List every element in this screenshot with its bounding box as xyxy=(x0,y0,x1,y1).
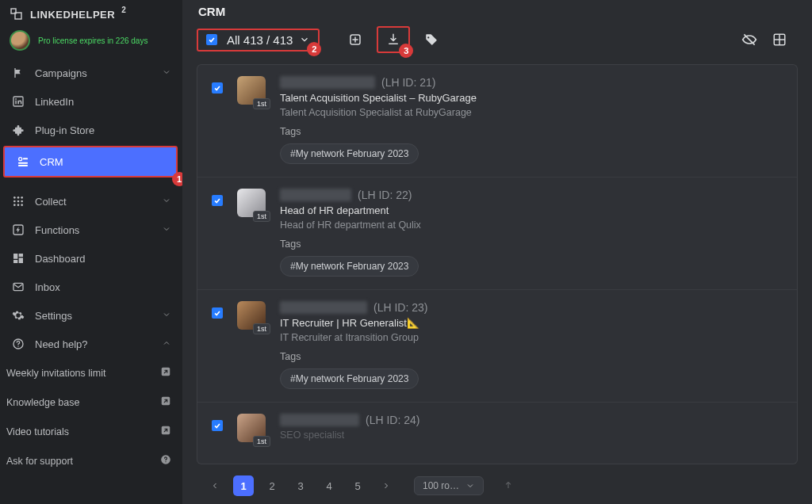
next-page-button[interactable] xyxy=(376,475,396,496)
contact-avatar[interactable]: 1st xyxy=(237,301,266,330)
pagination: 1 2 3 4 5 100 ro… xyxy=(182,469,812,504)
dashboard-icon xyxy=(11,252,25,265)
hide-columns-button[interactable] xyxy=(741,31,758,48)
svg-point-30 xyxy=(165,461,166,462)
tag-chip[interactable]: #My network February 2023 xyxy=(280,256,419,277)
brand: LINKEDHELPER 2 xyxy=(0,0,182,25)
contact-title: Talent Acquisition Specialist – RubyGara… xyxy=(280,92,783,104)
page-button[interactable]: 1 xyxy=(233,475,254,496)
sidebar-item-label: CRM xyxy=(40,156,165,168)
svg-rect-22 xyxy=(13,260,17,263)
row-checkbox[interactable] xyxy=(212,82,223,94)
gear-icon xyxy=(11,309,25,322)
scroll-top-button[interactable] xyxy=(503,479,514,493)
contact-row: 1st (LH ID: 21) Talent Acquisition Speci… xyxy=(197,65,797,177)
contact-subtitle: Talent Acquisition Specialist at RubyGar… xyxy=(280,107,783,118)
contact-row: 1st (LH ID: 23) IT Recruiter | HR Genera… xyxy=(197,289,797,402)
contact-list: 1st (LH ID: 21) Talent Acquisition Speci… xyxy=(197,64,798,464)
sidebar-item-functions[interactable]: Functions xyxy=(0,216,182,244)
connection-badge: 1st xyxy=(253,211,270,222)
crm-icon xyxy=(16,155,30,168)
sidebar-item-inbox[interactable]: Inbox xyxy=(0,273,182,301)
svg-point-13 xyxy=(17,200,20,203)
sidebar-item-collect[interactable]: Collect xyxy=(0,187,182,216)
svg-point-17 xyxy=(21,204,23,206)
prev-page-button[interactable] xyxy=(205,475,225,496)
page-button[interactable]: 4 xyxy=(319,475,339,496)
add-button[interactable] xyxy=(347,31,364,48)
svg-rect-21 xyxy=(19,258,23,263)
svg-rect-20 xyxy=(19,254,23,257)
external-link-icon xyxy=(160,366,171,380)
contact-subtitle: Head of HR department at Qulix xyxy=(280,220,783,231)
help-item-label: Weekly invitations limit xyxy=(6,368,106,379)
grid-icon xyxy=(11,195,25,208)
chevron-up-icon xyxy=(162,338,171,350)
sidebar-item-label: Plug-in Store xyxy=(35,124,171,136)
svg-rect-3 xyxy=(15,101,16,105)
sidebar-item-plugin-store[interactable]: Plug-in Store xyxy=(0,116,182,144)
avatar[interactable] xyxy=(10,30,30,51)
contact-avatar[interactable]: 1st xyxy=(237,76,266,105)
contact-avatar[interactable]: 1st xyxy=(237,414,266,442)
row-checkbox[interactable] xyxy=(212,420,223,431)
contact-title: SEO specialist xyxy=(280,430,783,441)
svg-rect-7 xyxy=(18,162,28,164)
row-checkbox[interactable] xyxy=(212,195,223,206)
sidebar-item-label: Functions xyxy=(35,224,152,236)
contact-title: Head of HR department xyxy=(280,204,783,216)
page-size-label: 100 ro… xyxy=(423,480,459,491)
svg-point-15 xyxy=(13,204,16,206)
contact-name-redacted xyxy=(280,414,359,426)
contact-avatar[interactable]: 1st xyxy=(237,189,266,217)
help-knowledge-base[interactable]: Knowledge base xyxy=(0,388,182,417)
help-video-tutorials[interactable]: Video tutorials xyxy=(0,417,182,446)
sidebar-item-dashboard[interactable]: Dashboard xyxy=(0,244,182,273)
help-ask-support[interactable]: Ask for support xyxy=(0,446,182,475)
profile-block: Pro license expires in 226 days xyxy=(0,25,182,59)
sidebar-item-label: Inbox xyxy=(35,281,171,293)
contact-row: 1st (LH ID: 24) SEO specialist xyxy=(197,402,797,455)
select-all-dropdown[interactable]: All 413 / 413 2 xyxy=(197,29,320,52)
external-link-icon xyxy=(160,425,171,438)
sidebar-item-crm[interactable]: CRM xyxy=(3,146,178,178)
page-size-select[interactable]: 100 ro… xyxy=(414,476,484,495)
help-item-label: Video tutorials xyxy=(6,426,69,437)
sidebar-item-help[interactable]: Need help? xyxy=(0,330,182,358)
sidebar-item-linkedin[interactable]: LinkedIn xyxy=(0,87,182,116)
sidebar-item-campaigns[interactable]: Campaigns xyxy=(0,59,182,87)
select-all-checkbox[interactable] xyxy=(206,34,217,45)
connection-badge: 1st xyxy=(253,323,270,334)
page-title: CRM xyxy=(182,0,812,20)
help-item-label: Ask for support xyxy=(6,456,73,467)
layout-grid-button[interactable] xyxy=(771,31,788,48)
contact-title: IT Recruiter | HR Generalist📐 xyxy=(280,317,783,329)
page-button[interactable]: 3 xyxy=(290,475,311,496)
page-button[interactable]: 2 xyxy=(262,475,282,496)
page-button[interactable]: 5 xyxy=(347,475,368,496)
connection-badge: 1st xyxy=(253,436,270,447)
sidebar-item-label: Dashboard xyxy=(35,253,171,265)
chevron-down-icon xyxy=(162,196,171,208)
linkedin-icon xyxy=(11,95,25,108)
sidebar-item-label: Collect xyxy=(35,196,152,208)
tag-chip[interactable]: #My network February 2023 xyxy=(280,143,419,164)
flag-icon xyxy=(11,67,25,79)
sidebar: LINKEDHELPER 2 Pro license expires in 22… xyxy=(0,0,182,504)
row-checkbox[interactable] xyxy=(212,307,223,319)
sidebar-item-settings[interactable]: Settings xyxy=(0,301,182,330)
svg-point-4 xyxy=(15,98,17,100)
annotation-badge-1: 1 xyxy=(172,172,182,186)
tag-button[interactable] xyxy=(423,31,440,48)
connection-badge: 1st xyxy=(253,98,270,109)
svg-point-14 xyxy=(21,200,23,203)
help-weekly-limit[interactable]: Weekly invitations limit xyxy=(0,358,182,388)
svg-point-16 xyxy=(17,204,20,206)
svg-point-10 xyxy=(17,197,20,199)
tags-label: Tags xyxy=(280,239,783,250)
bolt-icon xyxy=(11,223,25,236)
tag-chip[interactable]: #My network February 2023 xyxy=(280,368,419,389)
tags-label: Tags xyxy=(280,126,783,137)
svg-rect-19 xyxy=(13,254,17,259)
svg-point-11 xyxy=(21,197,23,199)
